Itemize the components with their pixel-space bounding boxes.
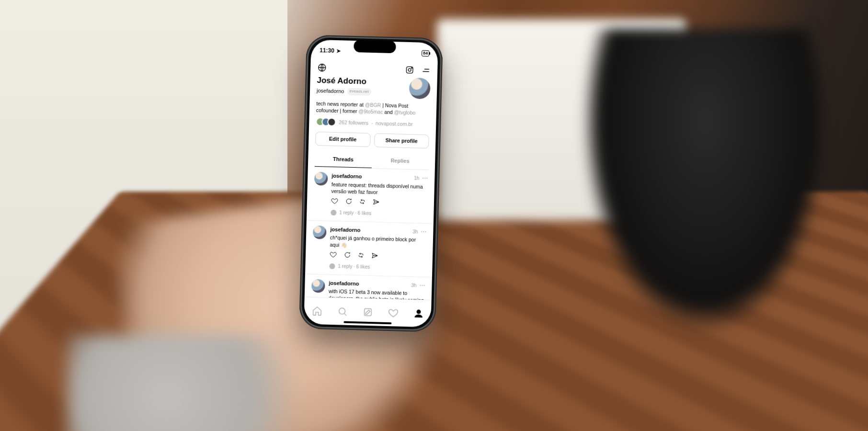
compose-tab-icon[interactable] [362,307,373,318]
search-tab-icon[interactable] [337,306,348,317]
bio-text: and [383,109,394,115]
follower-avatars [316,117,336,126]
comment-icon[interactable] [345,197,353,207]
bio-mention[interactable]: @BGR [365,102,381,108]
profile-display-name: José Adorno [317,75,371,88]
post-time: 3h [411,282,416,289]
separator: · [371,120,373,126]
status-time: 11:30 [320,47,334,54]
like-icon[interactable] [330,251,337,261]
reply-avatar [331,210,336,216]
post-time: 1h [414,175,419,181]
post-more-icon[interactable]: ⋯ [422,175,428,182]
profile-website[interactable]: novapost.com.br [376,120,413,127]
menu-icon[interactable] [421,66,431,76]
tab-replies[interactable]: Replies [371,153,428,170]
app-content: José Adorno josefadorno threads.net tech… [305,61,438,301]
post-text: ch*quei já ganhou o primeiro block por a… [330,234,426,250]
battery-indicator: 84 [422,50,429,56]
comment-icon[interactable] [343,251,351,261]
post-author[interactable]: josefadorno [331,172,362,180]
post-actions [330,251,426,263]
bio-mention[interactable]: @9to5mac [358,108,383,114]
home-tab-icon[interactable] [311,306,322,317]
phone-screen: 11:30 ➤ 84 [304,40,438,328]
globe-icon[interactable] [317,63,327,73]
share-icon[interactable] [373,198,380,208]
instagram-icon[interactable] [405,65,415,75]
svg-point-7 [408,68,411,71]
office-chair [581,29,830,335]
svg-line-12 [344,314,346,316]
post-actions [331,197,427,209]
post[interactable]: josefadorno 3h ⋯ with iOS 17 beta 3 now … [305,274,432,300]
share-icon[interactable] [371,252,379,261]
repost-icon[interactable] [357,251,365,261]
dynamic-island [354,40,396,53]
edit-profile-button[interactable]: Edit profile [315,132,370,147]
feed: josefadorno 1h ⋯ feature request: thread… [305,167,435,301]
followers-count: 262 followers [339,119,368,126]
profile-avatar[interactable] [409,78,431,99]
post-meta[interactable]: 1 reply · 6 likes [339,210,371,217]
like-icon[interactable] [331,197,339,207]
svg-point-8 [411,68,412,68]
post-avatar[interactable] [313,226,327,239]
activity-tab-icon[interactable] [388,307,399,318]
location-icon: ➤ [336,48,341,54]
post[interactable]: josefadorno 3h ⋯ ch*quei já ganhou o pri… [305,220,434,277]
sleeve [67,335,316,431]
bio-text: tech news reporter at [316,101,365,108]
share-profile-button[interactable]: Share profile [374,133,429,148]
post-avatar[interactable] [314,172,328,186]
followers-row[interactable]: 262 followers · novapost.com.br [316,117,429,129]
reply-avatar [329,263,335,269]
post-time: 3h [412,228,418,235]
repost-icon[interactable] [359,198,366,207]
svg-point-11 [339,308,345,314]
profile-bio: tech news reporter at @BGR | Nova Post c… [316,100,430,117]
post-avatar[interactable] [311,279,325,293]
post[interactable]: josefadorno 1h ⋯ feature request: thread… [307,167,435,224]
post-author[interactable]: josefadorno [330,226,360,234]
profile-header: José Adorno josefadorno threads.net tech… [308,75,437,170]
post-author[interactable]: josefadorno [329,280,359,287]
post-more-icon[interactable]: ⋯ [421,228,426,236]
post-meta[interactable]: 1 reply · 6 likes [338,263,370,271]
domain-badge: threads.net [347,88,371,96]
profile-username: josefadorno [317,87,344,95]
post-text: feature request: threads disponível numa… [331,181,428,197]
svg-point-14 [417,310,421,314]
tab-threads[interactable]: Threads [315,151,372,168]
profile-tab-icon[interactable] [413,308,424,319]
post-more-icon[interactable]: ⋯ [419,282,425,289]
iphone-device: 11:30 ➤ 84 [299,34,443,332]
bio-mention[interactable]: @tvglobo [394,109,416,115]
